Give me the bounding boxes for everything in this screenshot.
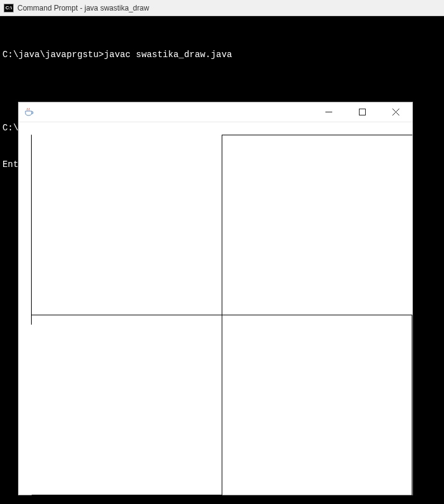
java-titlebar[interactable] xyxy=(19,102,412,122)
svg-rect-1 xyxy=(359,109,365,115)
drawn-line xyxy=(31,135,32,325)
drawn-line xyxy=(412,315,412,504)
cmd-icon: C:\ xyxy=(4,4,14,12)
maximize-button[interactable] xyxy=(353,103,371,122)
drawn-line xyxy=(32,495,222,495)
minimize-button[interactable] xyxy=(319,103,338,122)
window-controls xyxy=(319,103,407,122)
java-window xyxy=(18,102,413,495)
cmd-title: Command Prompt - java swastika_draw xyxy=(17,4,149,12)
cmd-titlebar: C:\ Command Prompt - java swastika_draw xyxy=(0,0,444,16)
java-canvas xyxy=(19,122,412,495)
drawn-line xyxy=(222,135,412,135)
console-line: C:\java\javaprgstu>javac swastika_draw.j… xyxy=(2,49,442,61)
drawn-line xyxy=(221,135,222,504)
java-cup-icon xyxy=(24,107,34,117)
console-line xyxy=(2,86,442,98)
close-button[interactable] xyxy=(386,103,405,122)
